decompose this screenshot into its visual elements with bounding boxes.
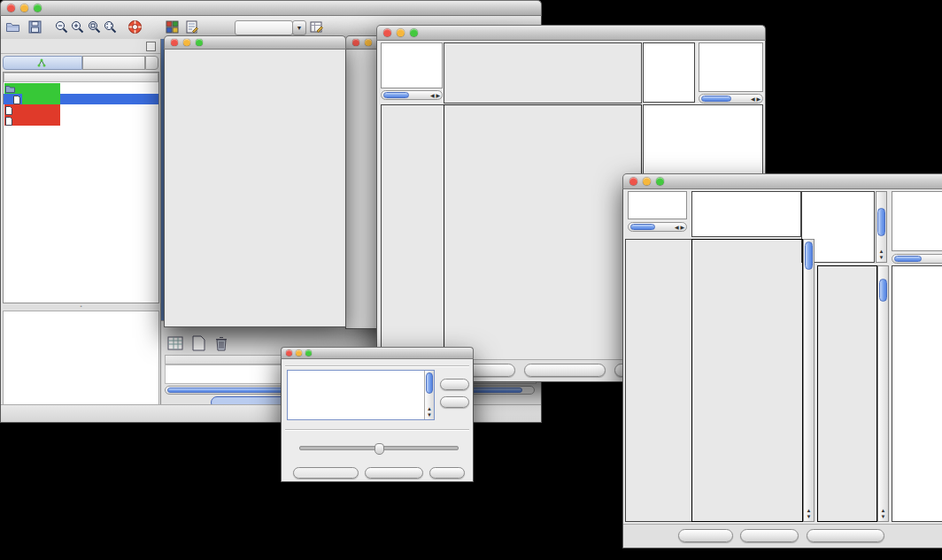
search-input[interactable]: [235, 20, 293, 35]
usage-hints-scrollbar[interactable]: ◀ ▶: [699, 94, 763, 104]
view-status-scrollbar[interactable]: ◀ ▶: [628, 222, 687, 232]
network-canvas[interactable]: [165, 50, 345, 326]
close-button[interactable]: [286, 350, 292, 357]
treeview2-button-bar: [623, 524, 942, 548]
window-controls: [7, 4, 42, 12]
birds-eye-view[interactable]: [3, 311, 159, 407]
zoom-button[interactable]: [410, 29, 418, 37]
zoom-button[interactable]: [305, 350, 312, 357]
zoom-selected-icon[interactable]: [87, 19, 102, 35]
settings-button[interactable]: [678, 529, 733, 542]
network-row-selected[interactable]: [4, 94, 158, 104]
column-dendrogram-area: [691, 191, 801, 237]
network-list[interactable]: [3, 72, 159, 303]
view-status-box: [628, 191, 687, 219]
done-button[interactable]: [429, 467, 465, 479]
selected-cluster-matrix[interactable]: [648, 107, 696, 150]
tab-network[interactable]: [3, 56, 82, 70]
network-overview-canvas[interactable]: [4, 311, 158, 406]
heatmap-vscrollbar[interactable]: ▲▼: [803, 239, 815, 522]
float-panel-icon[interactable]: [146, 42, 156, 51]
gene-label-list[interactable]: [892, 265, 942, 522]
main-title-bar[interactable]: [0, 0, 542, 16]
desktop: { "colors": { "accent_blue": "#3a6ddf", …: [0, 0, 942, 560]
zoom-fit-icon[interactable]: [103, 19, 118, 35]
zoom-out-icon[interactable]: [54, 19, 69, 35]
network-row[interactable]: [4, 83, 158, 94]
similarity-heatmap[interactable]: [444, 105, 641, 360]
column-dendrogram[interactable]: [444, 43, 641, 103]
tab-overflow-button[interactable]: [145, 56, 158, 70]
minimize-button[interactable]: [643, 178, 651, 186]
attribute-editor-icon[interactable]: [309, 19, 324, 35]
new-attribute-icon[interactable]: [189, 334, 207, 352]
close-button[interactable]: [629, 178, 637, 186]
zoom-button[interactable]: [196, 39, 203, 46]
minimize-button[interactable]: [365, 39, 372, 46]
close-button[interactable]: [383, 29, 391, 37]
minimize-button[interactable]: [20, 4, 28, 12]
vizmapper-palette-icon[interactable]: [165, 19, 180, 35]
control-panel-tabs: [3, 56, 158, 71]
save-icon[interactable]: [27, 19, 42, 35]
speed-slider-thumb[interactable]: [374, 443, 384, 455]
create-vizmap-button[interactable]: [365, 467, 423, 479]
column-labels-strip[interactable]: [643, 42, 695, 103]
network-row[interactable]: [4, 115, 158, 126]
animate-vizmap-button[interactable]: [293, 467, 359, 479]
labels-vscrollbar[interactable]: ▲▼: [876, 191, 887, 263]
control-panel: •: [1, 39, 161, 405]
zoom-vscrollbar[interactable]: ▲▼: [877, 265, 889, 522]
zoom-in-icon[interactable]: [70, 19, 85, 35]
row-dendrogram[interactable]: [382, 105, 444, 360]
annotation-icon[interactable]: [184, 19, 199, 35]
usage-hints-box: [892, 191, 942, 251]
open-file-icon[interactable]: [5, 19, 20, 35]
minimize-button[interactable]: [296, 350, 302, 357]
network-tab-icon: [37, 58, 46, 67]
zoom-button[interactable]: [34, 4, 42, 12]
document-icon: [13, 96, 20, 104]
usage-hints-box: [699, 42, 763, 92]
speed-slider-track[interactable]: [299, 446, 459, 450]
close-button[interactable]: [7, 4, 15, 12]
attribute-select-icon[interactable]: [166, 334, 184, 352]
attribute-list[interactable]: ▲▼: [287, 370, 435, 420]
close-button[interactable]: [352, 39, 359, 46]
network-view-window-1: [164, 35, 346, 327]
document-icon: [5, 117, 12, 126]
treeview-window-clustered: ◀ ▶ ▲▼ ▲▼ ▲▼: [622, 173, 942, 548]
tab-vizmapper[interactable]: [82, 56, 145, 70]
save-data-button[interactable]: [740, 529, 799, 542]
panel-splitter[interactable]: •: [3, 304, 159, 310]
export-graphics-button[interactable]: [807, 529, 884, 542]
search-dropdown-button[interactable]: ▼: [292, 20, 306, 35]
usage-hints-scrollbar[interactable]: [892, 254, 942, 264]
folder-icon: [5, 85, 15, 93]
close-button[interactable]: [171, 39, 178, 46]
move-down-button[interactable]: [440, 396, 469, 408]
attribute-list-scrollbar[interactable]: ▲▼: [424, 371, 434, 419]
delete-attribute-icon[interactable]: [212, 334, 230, 352]
help-lifebuoy-icon[interactable]: [127, 19, 143, 35]
minimize-button[interactable]: [397, 29, 405, 37]
view-status-box: [381, 42, 443, 88]
network-row[interactable]: [4, 104, 158, 115]
row-dendrogram[interactable]: [626, 240, 691, 521]
document-icon: [5, 106, 12, 115]
zoom-button[interactable]: [656, 178, 664, 186]
zoomed-heatmap[interactable]: [818, 266, 876, 521]
view-status-scrollbar[interactable]: ◀ ▶: [381, 90, 443, 100]
expression-heatmap[interactable]: [692, 240, 802, 521]
move-up-button[interactable]: [440, 379, 469, 390]
map-colors-dialog: ▲▼: [281, 347, 474, 482]
export-graphics-button[interactable]: [524, 364, 606, 377]
minimize-button[interactable]: [183, 39, 190, 46]
